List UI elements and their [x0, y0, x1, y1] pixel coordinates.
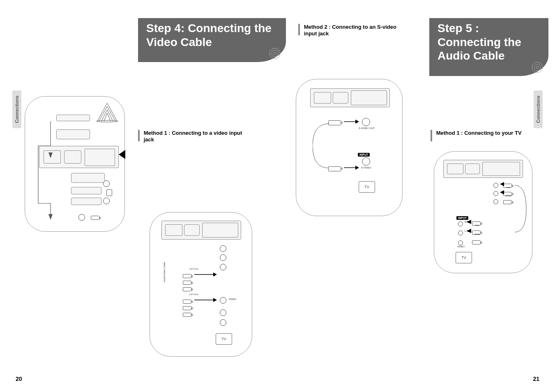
- port: [220, 254, 226, 263]
- arrow-icon: [194, 272, 217, 277]
- input-tag: INPUT: [358, 150, 370, 157]
- red-label: red: [507, 186, 510, 189]
- label-marker: [298, 24, 300, 35]
- svg-point-3: [532, 62, 543, 73]
- arrow-icon: [499, 189, 504, 195]
- port: [493, 190, 498, 198]
- svideo-out-label: S-VIDEO OUT: [359, 127, 375, 129]
- svg-point-0: [269, 48, 280, 59]
- step4-title: Step 4: Connecting the Video Cable: [146, 21, 278, 49]
- cable-icon: [313, 121, 333, 171]
- connection-overview-diagram: [25, 96, 125, 232]
- port: [458, 221, 463, 228]
- device-box: [56, 115, 90, 121]
- s-video-plug-icon: [328, 166, 341, 173]
- svg-marker-21: [466, 229, 471, 233]
- port: [78, 214, 85, 222]
- dvd-recorder-icon: [310, 88, 390, 107]
- side-tab-label-left: Connections: [14, 96, 19, 123]
- arrow-icon: [344, 165, 359, 171]
- port: [220, 309, 226, 318]
- white-label: white: [506, 194, 511, 197]
- audio-tv-diagram: red white INPUT R L VIDEO red white: [434, 151, 532, 273]
- port: [103, 180, 110, 189]
- side-tab-right: Connections: [534, 90, 543, 128]
- svg-marker-18: [500, 182, 504, 186]
- step4-header: Step 4: Connecting the Video Cable: [138, 18, 286, 62]
- input-label: INPUT: [358, 153, 370, 157]
- plug-icon: [91, 214, 110, 221]
- svg-point-5: [536, 66, 539, 69]
- svg-marker-17: [355, 166, 359, 170]
- device-box: [71, 198, 101, 205]
- white-label: white: [474, 233, 480, 235]
- port: [493, 198, 498, 206]
- method1-video-text: Method 1 : Connecting to a video input j…: [144, 130, 251, 143]
- svg-marker-20: [466, 220, 471, 224]
- dvd-recorder-icon: [161, 221, 241, 240]
- port: [106, 189, 112, 196]
- tv-label: TV: [461, 256, 466, 260]
- svg-marker-19: [500, 190, 504, 194]
- arrow-icon: [465, 219, 471, 225]
- port: [493, 182, 498, 189]
- port: [103, 198, 110, 206]
- svg-marker-9: [119, 150, 125, 159]
- svg-marker-7: [48, 152, 53, 158]
- method2-svideo-label: Method 2 : Connecting to an S-video inpu…: [298, 24, 411, 37]
- video-label: VIDEO: [229, 298, 237, 300]
- port: [220, 264, 226, 272]
- arrow-icon: [499, 181, 504, 187]
- tv-box: TV: [216, 333, 232, 345]
- svg-point-2: [274, 52, 276, 55]
- method1-tv-text: Method 1 : Connecting to your TV: [436, 130, 522, 136]
- plug-icon: [183, 286, 192, 293]
- dvd-recorder-icon: [443, 160, 523, 178]
- svideo-label: S-VIDEO: [361, 166, 371, 169]
- svg-point-1: [272, 50, 278, 57]
- svg-marker-13: [213, 298, 217, 302]
- label-marker: [431, 130, 432, 141]
- svg-point-6: [97, 120, 118, 122]
- plug-icon: [472, 239, 481, 246]
- port: [458, 230, 463, 237]
- disc-icon: [531, 61, 543, 74]
- side-tab-label-right: Connections: [536, 96, 541, 123]
- arrow-icon: [194, 297, 217, 303]
- yellow-label: yellow: [189, 267, 199, 270]
- page-number-right: 21: [533, 376, 539, 382]
- page-number-left: 20: [16, 376, 22, 382]
- arrow-icon: [465, 228, 471, 234]
- s-video-port: [362, 157, 370, 167]
- yellow-label: yellow: [189, 293, 199, 295]
- port: [220, 297, 226, 305]
- tv-box: TV: [359, 181, 375, 193]
- plug-icon: [183, 311, 192, 318]
- port: [220, 245, 226, 254]
- method1-tv-label: Method 1 : Connecting to your TV: [431, 130, 522, 141]
- device-box: [56, 129, 90, 139]
- device-box: [71, 173, 105, 183]
- flow-arrow: [34, 121, 55, 220]
- plug-icon: [503, 198, 512, 206]
- method1-video-label: Method 1 : Connecting to a video input j…: [138, 130, 251, 143]
- step5-title: Step 5 : Connecting the Audio Cable: [438, 21, 540, 63]
- triangle-marker-icon: [118, 150, 126, 159]
- tv-box: TV: [456, 252, 472, 263]
- port: [220, 319, 226, 327]
- cable-icon: [514, 184, 527, 233]
- label-marker: [138, 130, 140, 141]
- step5-header: Step 5 : Connecting the Audio Cable: [429, 18, 548, 76]
- disc-icon: [269, 47, 281, 60]
- antenna-icon: [95, 101, 120, 123]
- red-label: red: [475, 224, 479, 226]
- s-video-port: [362, 118, 370, 128]
- tv-label: TV: [221, 337, 226, 341]
- svg-point-4: [534, 64, 541, 71]
- device-box: [71, 187, 101, 194]
- arrow-icon: [344, 119, 359, 125]
- svg-marker-8: [48, 214, 53, 220]
- av-cable-label: Audio/Video Cable: [163, 262, 166, 282]
- svg-marker-11: [213, 272, 217, 277]
- video-label: VIDEO: [457, 245, 465, 248]
